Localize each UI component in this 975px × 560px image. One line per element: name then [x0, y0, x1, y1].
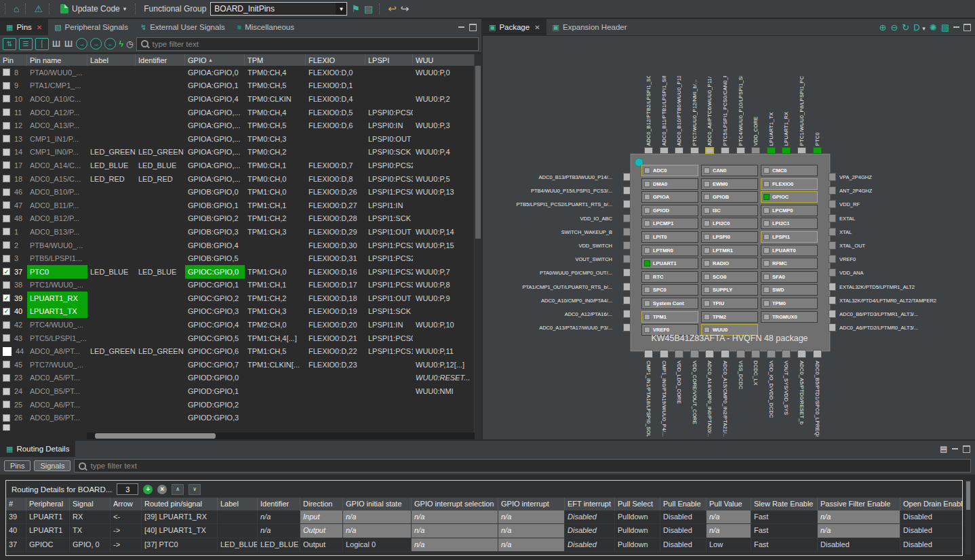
- tpm-cell[interactable]: TPM0:CH,5: [245, 79, 306, 93]
- flexio-cell[interactable]: FLEXIO0:D,4: [306, 92, 365, 106]
- pin-row[interactable]: 26ADC0_B6/PT...GPIOD:GPIO,3: [0, 411, 475, 424]
- routing-cell[interactable]: [218, 511, 258, 523]
- package-pin-left[interactable]: [623, 283, 631, 291]
- package-pin-bottom[interactable]: [751, 350, 760, 358]
- column-header[interactable]: Pin: [0, 54, 27, 66]
- routing-cell[interactable]: n/a: [818, 511, 900, 523]
- label-cell[interactable]: [87, 66, 136, 79]
- identifier-cell[interactable]: [136, 279, 185, 292]
- view-table-icon[interactable]: ⇅: [3, 38, 16, 50]
- flexio-cell[interactable]: [306, 132, 365, 146]
- move-down-button[interactable]: ∨: [188, 484, 201, 495]
- identifier-cell[interactable]: [136, 79, 185, 93]
- package-pin-right[interactable]: [829, 173, 836, 181]
- wuu-cell[interactable]: WUU0:RESET...: [413, 372, 475, 385]
- package-pin-right[interactable]: [829, 200, 836, 208]
- wuu-cell[interactable]: WUU0:P,15: [413, 239, 475, 252]
- gpio-cell[interactable]: GPIOC:GPIO,6: [185, 344, 245, 358]
- peripheral-block[interactable]: CAN0: [701, 165, 758, 176]
- label-cell[interactable]: [87, 79, 136, 93]
- scrollbar-thumb[interactable]: [966, 481, 970, 510]
- routing-cell[interactable]: n/a: [258, 524, 300, 537]
- identifier-cell[interactable]: [136, 106, 185, 119]
- column-header[interactable]: Arrow: [111, 498, 142, 511]
- flexio-cell[interactable]: FLEXIO0:D,22: [306, 344, 365, 358]
- lpspi-cell[interactable]: LPSPI1:PCS3: [365, 279, 413, 292]
- routing-cell[interactable]: n/a: [343, 524, 412, 537]
- identifier-cell[interactable]: LED_BLUE: [136, 159, 185, 172]
- zoom-in-icon[interactable]: ⊕: [879, 22, 887, 33]
- gpio-cell[interactable]: GPIOA:GPIO,...: [185, 172, 245, 186]
- lpspi-cell[interactable]: LPSPI1:SCK: [365, 212, 413, 226]
- routing-cell[interactable]: LPUART1: [26, 524, 70, 537]
- label-cell[interactable]: LED_BLUE: [87, 265, 136, 279]
- identifier-cell[interactable]: LED_GREEN: [136, 146, 185, 159]
- pin-row[interactable]: 1ADC0_B13/P...GPIOB:GPIO,3TPM1:CH,3FLEXI…: [0, 225, 475, 239]
- routing-cell[interactable]: Logical 0: [343, 538, 412, 551]
- routing-cell[interactable]: Fast: [751, 524, 818, 537]
- peripheral-block[interactable]: FLEXIO0: [761, 178, 818, 190]
- routing-cell[interactable]: Low: [707, 538, 751, 551]
- routing-cell[interactable]: Output: [300, 538, 343, 551]
- routing-cell[interactable]: n/a: [412, 538, 498, 551]
- pin-name-cell[interactable]: CMP1_IN1/P...: [27, 132, 87, 146]
- label-cell[interactable]: LED_BLUE: [87, 159, 136, 172]
- lpspi-cell[interactable]: LPSPI0:PCS0: [365, 106, 413, 119]
- label-cell[interactable]: [87, 239, 136, 252]
- show-pins-right-icon[interactable]: Ш: [64, 39, 73, 49]
- peripheral-checkbox[interactable]: [644, 207, 650, 214]
- label-cell[interactable]: [87, 411, 136, 424]
- peripheral-block[interactable]: TPM2: [701, 311, 758, 323]
- problems-warning-icon[interactable]: ⚠: [34, 4, 43, 14]
- pins-horizontal-scrollbar[interactable]: [87, 433, 475, 439]
- flexio-cell[interactable]: FLEXIO0:D,17: [306, 279, 365, 292]
- package-pin-right[interactable]: [829, 228, 836, 236]
- label-cell[interactable]: [87, 318, 136, 332]
- routing-cell[interactable]: <-: [111, 511, 142, 523]
- routing-cell[interactable]: TX: [70, 524, 111, 537]
- flag-icon[interactable]: ⚑: [351, 4, 360, 14]
- column-header[interactable]: Peripheral: [26, 498, 70, 511]
- lpspi-cell[interactable]: LPSPI1:IN: [365, 318, 413, 332]
- peripheral-block[interactable]: ADC0: [641, 165, 698, 176]
- pin-checkbox[interactable]: [3, 201, 10, 209]
- peripheral-block[interactable]: LPIT0: [641, 231, 698, 243]
- peripheral-checkbox[interactable]: [763, 260, 770, 266]
- gpio-cell[interactable]: GPIOD:GPIO,3: [185, 411, 245, 424]
- gpio-cell[interactable]: GPIOA:GPIO,...: [185, 106, 245, 119]
- column-header[interactable]: GPIO▴: [185, 54, 245, 66]
- tpm-cell[interactable]: TPM0:CLKIN: [245, 92, 306, 106]
- pin-row[interactable]: ✓40LPUART1_TXGPIOC:GPIO,3TPM1:CH,3FLEXIO…: [0, 305, 475, 319]
- package-pin-left[interactable]: [623, 200, 631, 208]
- flexio-cell[interactable]: FLEXIO0:D,30: [306, 239, 365, 252]
- peripheral-checkbox[interactable]: [763, 220, 770, 226]
- pin-name-cell[interactable]: ADC0_A5/PT...: [27, 372, 87, 385]
- view-columns-icon[interactable]: ⎪: [35, 38, 49, 50]
- peripheral-checkbox[interactable]: [644, 234, 650, 240]
- identifier-cell[interactable]: [136, 66, 185, 79]
- tab-pins[interactable]: ▦ Pins ✕: [0, 19, 48, 35]
- identifier-cell[interactable]: [136, 132, 185, 146]
- column-header[interactable]: LPSPI: [365, 54, 413, 66]
- wuu-cell[interactable]: [413, 159, 475, 172]
- package-pin-left[interactable]: [623, 241, 631, 249]
- wuu-cell[interactable]: [413, 132, 475, 146]
- gpio-cell[interactable]: GPIOA:GPIO,4: [185, 92, 245, 106]
- lpspi-cell[interactable]: LPSPI1:PCS3: [365, 239, 413, 252]
- peripheral-checkbox[interactable]: [704, 194, 710, 200]
- pin-checkbox[interactable]: [3, 281, 10, 289]
- wuu-cell[interactable]: WUU0:NMI: [413, 384, 475, 398]
- pin-name-cell[interactable]: ADC0_B11/P...: [27, 199, 87, 212]
- label-cell[interactable]: [87, 292, 136, 305]
- routing-cell[interactable]: [37] PTC0: [142, 538, 218, 551]
- label-cell[interactable]: [87, 185, 136, 199]
- identifier-cell[interactable]: [136, 185, 185, 199]
- peripheral-block[interactable]: TPIU: [701, 298, 758, 309]
- column-header[interactable]: Signal: [70, 498, 111, 511]
- package-pin-bottom[interactable]: [721, 350, 730, 358]
- peripheral-block[interactable]: I3C: [701, 205, 758, 216]
- routing-cell[interactable]: Disabled: [900, 511, 963, 523]
- column-header[interactable]: Pull Value: [707, 498, 751, 511]
- pin-name-cell[interactable]: PTB5/LPSPI1...: [27, 252, 87, 265]
- routing-cell[interactable]: ->: [111, 524, 142, 537]
